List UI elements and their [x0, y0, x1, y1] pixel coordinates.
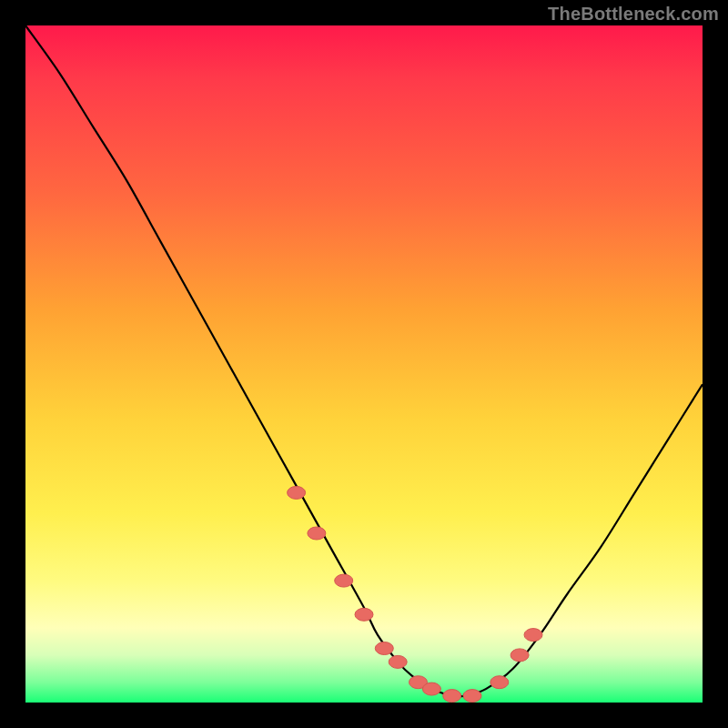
highlight-marker [389, 655, 407, 668]
highlight-marker [288, 486, 306, 499]
highlight-marker [490, 676, 509, 689]
highlight-marker [355, 608, 373, 621]
plot-area [25, 25, 703, 703]
highlight-marker [524, 629, 542, 642]
highlight-markers [288, 486, 542, 702]
bottleneck-curve-svg [25, 25, 703, 703]
highlight-marker [422, 682, 440, 695]
bottleneck-curve-path [25, 25, 703, 697]
highlight-marker [463, 690, 481, 703]
watermark-text: TheBottleneck.com [548, 4, 719, 25]
highlight-marker [375, 642, 393, 655]
highlight-marker [443, 690, 461, 703]
chart-frame: TheBottleneck.com [0, 0, 728, 728]
highlight-marker [335, 574, 353, 587]
highlight-marker [308, 527, 326, 540]
highlight-marker [511, 649, 529, 662]
